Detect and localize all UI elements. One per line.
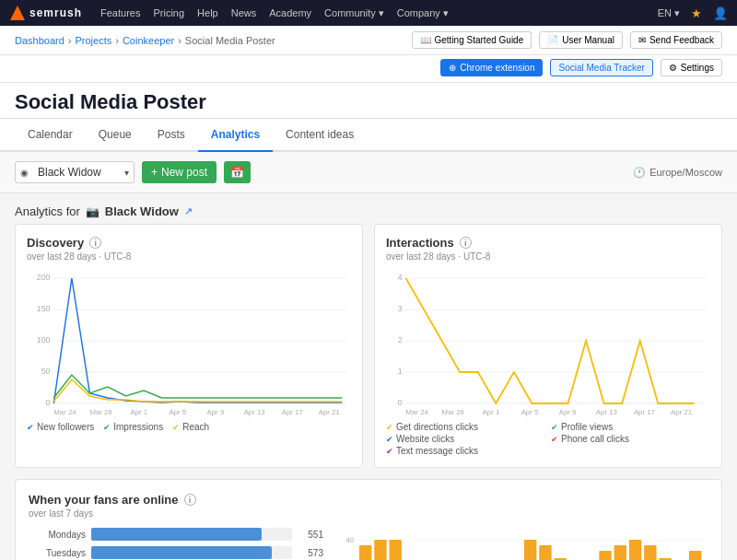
svg-text:Apr 21: Apr 21 bbox=[671, 408, 693, 416]
chrome-extension-button[interactable]: ⊕ Chrome extension bbox=[440, 59, 543, 76]
svg-text:Apr 13: Apr 13 bbox=[596, 408, 618, 416]
svg-rect-48 bbox=[374, 540, 386, 560]
toolbar: ◉ Black Widow ▾ + New post 📅 🕐 Europe/Mo… bbox=[0, 152, 737, 193]
nav-academy[interactable]: Academy bbox=[269, 7, 311, 19]
discovery-subtitle: over last 28 days · UTC-8 bbox=[27, 251, 351, 262]
instagram-small-icon: 📷 bbox=[86, 205, 99, 218]
nav-company[interactable]: Company ▾ bbox=[397, 7, 449, 19]
nav-right: EN ▾ ★ 👤 bbox=[658, 6, 728, 20]
day-row-monday: Mondays 551 bbox=[29, 528, 323, 541]
settings-button[interactable]: ⚙ Settings bbox=[661, 59, 722, 76]
tab-posts[interactable]: Posts bbox=[145, 119, 198, 152]
calendar-add-button[interactable]: 📅 bbox=[224, 161, 251, 183]
svg-text:Apr 9: Apr 9 bbox=[207, 408, 225, 416]
nav-links: Features Pricing Help News Academy Commu… bbox=[100, 7, 449, 19]
discovery-card: Discovery i over last 28 days · UTC-8 20… bbox=[15, 224, 363, 468]
fans-online-card: When your fans are online i over last 7 … bbox=[15, 479, 722, 560]
interactions-info-icon[interactable]: i bbox=[460, 237, 472, 249]
svg-rect-58 bbox=[524, 540, 536, 560]
svg-rect-64 bbox=[614, 545, 626, 560]
feedback-icon: ✉ bbox=[638, 35, 646, 45]
svg-text:Mar 24: Mar 24 bbox=[53, 408, 76, 416]
svg-text:Apr 9: Apr 9 bbox=[559, 408, 577, 416]
tab-calendar[interactable]: Calendar bbox=[15, 119, 86, 152]
manual-icon: 📄 bbox=[547, 35, 558, 45]
page-title-bar: Social Media Poster bbox=[0, 83, 737, 119]
nav-news[interactable]: News bbox=[231, 7, 257, 19]
account-select-wrapper: ◉ Black Widow ▾ bbox=[15, 161, 135, 183]
tab-content-ideas[interactable]: Content ideas bbox=[273, 119, 367, 152]
account-select[interactable]: Black Widow bbox=[15, 161, 135, 183]
svg-text:Mar 24: Mar 24 bbox=[406, 408, 429, 416]
legend-website-clicks: ✔ Website clicks bbox=[386, 434, 545, 444]
fans-title: When your fans are online i bbox=[29, 493, 708, 507]
svg-text:0: 0 bbox=[46, 398, 51, 407]
timezone-display: 🕐 Europe/Moscow bbox=[633, 167, 722, 179]
nav-features[interactable]: Features bbox=[100, 7, 140, 19]
svg-rect-69 bbox=[689, 551, 701, 560]
book-icon: 📖 bbox=[420, 35, 431, 45]
svg-text:1: 1 bbox=[398, 367, 403, 376]
page-title: Social Media Poster bbox=[15, 90, 722, 114]
svg-text:50: 50 bbox=[41, 367, 51, 376]
interactions-card: Interactions i over last 28 days · UTC-8… bbox=[374, 224, 722, 468]
svg-text:Apr 17: Apr 17 bbox=[282, 408, 303, 416]
svg-rect-59 bbox=[539, 545, 551, 560]
svg-text:200: 200 bbox=[37, 273, 51, 282]
interactions-title: Interactions i bbox=[386, 236, 710, 250]
user-manual-button[interactable]: 📄 User Manual bbox=[539, 31, 623, 49]
svg-text:4: 4 bbox=[398, 273, 403, 282]
legend-profile-views: ✔ Profile views bbox=[551, 422, 710, 432]
nav-language[interactable]: EN ▾ bbox=[658, 7, 680, 19]
header-actions: 📖 Getting Started Guide 📄 User Manual ✉ … bbox=[412, 31, 723, 49]
tab-analytics[interactable]: Analytics bbox=[198, 119, 273, 152]
svg-text:Mar 28: Mar 28 bbox=[442, 408, 465, 416]
svg-text:Apr 21: Apr 21 bbox=[319, 408, 341, 416]
svg-text:3: 3 bbox=[398, 304, 403, 313]
toolbar-left: ◉ Black Widow ▾ + New post 📅 bbox=[15, 161, 251, 183]
svg-rect-63 bbox=[599, 551, 611, 560]
charts-row: Discovery i over last 28 days · UTC-8 20… bbox=[0, 224, 737, 479]
discovery-info-icon[interactable]: i bbox=[89, 237, 101, 249]
svg-text:Apr 1: Apr 1 bbox=[483, 408, 500, 416]
analytics-account-name: Black Widow bbox=[105, 204, 179, 218]
day-row-tuesday: Tuesdays 573 bbox=[29, 546, 323, 559]
nav-pricing[interactable]: Pricing bbox=[153, 7, 184, 19]
interactions-chart: 4 3 2 1 0 Mar 24 Mar 28 Apr 1 Apr 5 Apr … bbox=[386, 269, 710, 416]
nav-community[interactable]: Community ▾ bbox=[324, 7, 384, 19]
legend-reach: ✔ Reach bbox=[172, 422, 209, 432]
breadcrumb-coinkeeper[interactable]: Coinkeeper bbox=[123, 35, 174, 46]
plus-icon: + bbox=[151, 166, 158, 179]
breadcrumb-projects[interactable]: Projects bbox=[76, 35, 112, 46]
fans-body: Mondays 551 Tuesdays 573 Wednesdays 553 bbox=[29, 528, 708, 560]
breadcrumb: Dashboard › Projects › Coinkeeper › Soci… bbox=[15, 35, 275, 46]
legend-phone-clicks: ✔ Phone call clicks bbox=[551, 434, 710, 444]
svg-text:100: 100 bbox=[37, 335, 51, 344]
clock-icon: 🕐 bbox=[633, 167, 646, 179]
fans-info-icon[interactable]: i bbox=[184, 494, 196, 506]
tab-queue[interactable]: Queue bbox=[86, 119, 145, 152]
fans-subtitle: over last 7 days bbox=[29, 508, 708, 519]
svg-text:Apr 13: Apr 13 bbox=[244, 408, 266, 416]
svg-rect-47 bbox=[359, 545, 371, 560]
gear-icon: ⚙ bbox=[669, 63, 677, 73]
breadcrumb-current: Social Media Poster bbox=[185, 35, 275, 46]
nav-star[interactable]: ★ bbox=[691, 6, 702, 20]
new-post-button[interactable]: + New post bbox=[142, 161, 216, 183]
chrome-icon: ⊕ bbox=[449, 63, 456, 73]
interactions-subtitle: over last 28 days · UTC-8 bbox=[386, 251, 710, 262]
fans-online-section: When your fans are online i over last 7 … bbox=[0, 479, 737, 560]
nav-help[interactable]: Help bbox=[197, 7, 218, 19]
secondary-actions: ⊕ Chrome extension Social Media Tracker … bbox=[0, 55, 737, 83]
day-bars-container: Mondays 551 Tuesdays 573 Wednesdays 553 bbox=[29, 528, 323, 560]
getting-started-button[interactable]: 📖 Getting Started Guide bbox=[412, 31, 532, 49]
send-feedback-button[interactable]: ✉ Send Feedback bbox=[630, 31, 722, 49]
breadcrumb-dashboard[interactable]: Dashboard bbox=[15, 35, 64, 46]
calendar-icon: 📅 bbox=[230, 166, 244, 179]
social-media-tracker-button[interactable]: Social Media Tracker bbox=[550, 59, 652, 76]
external-link-icon[interactable]: ↗ bbox=[184, 205, 193, 217]
svg-text:Mar 28: Mar 28 bbox=[89, 408, 112, 416]
svg-text:Apr 5: Apr 5 bbox=[169, 408, 186, 416]
nav-user[interactable]: 👤 bbox=[713, 6, 728, 20]
svg-text:150: 150 bbox=[37, 304, 51, 313]
